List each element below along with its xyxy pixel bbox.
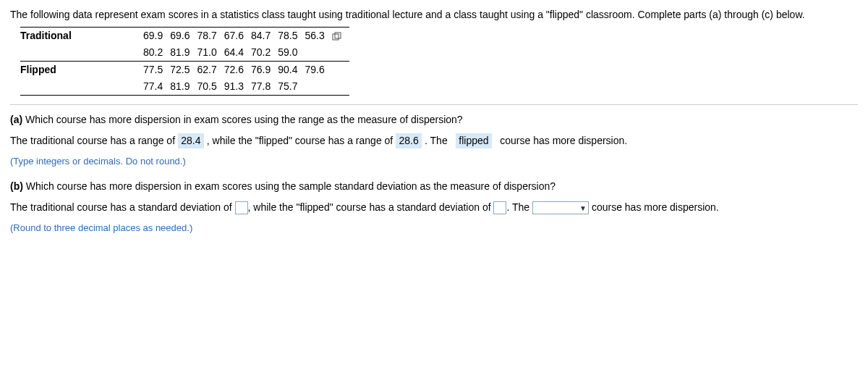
- cell: 72.6: [224, 62, 251, 79]
- cell: 71.0: [197, 44, 224, 62]
- cell: 69.9: [143, 28, 170, 45]
- row-label-flipped: Flipped: [20, 62, 143, 79]
- sd-traditional-input[interactable]: [235, 201, 248, 214]
- cell: 81.9: [170, 44, 197, 62]
- svg-rect-0: [333, 34, 339, 40]
- chevron-down-icon: ▼: [579, 203, 587, 214]
- question-b: (b) Which course has more dispersion in …: [10, 179, 858, 194]
- cell: 75.7: [278, 78, 305, 96]
- cell: [305, 78, 349, 96]
- cell: 79.6: [305, 62, 349, 79]
- cell: 80.2: [143, 44, 170, 62]
- problem-intro: The following data represent exam scores…: [10, 7, 858, 22]
- cell: [305, 44, 349, 62]
- cell: 77.5: [143, 62, 170, 79]
- divider: [10, 104, 858, 105]
- cell: 78.5: [278, 28, 305, 45]
- cell: 77.8: [251, 78, 278, 96]
- cell: 77.4: [143, 78, 170, 96]
- part-label-a: (a): [10, 114, 22, 125]
- cell: 81.9: [170, 78, 197, 96]
- cell: 56.3: [305, 28, 349, 45]
- more-dispersion-a: flipped: [456, 133, 491, 148]
- cell: 70.2: [251, 44, 278, 62]
- cell: 62.7: [197, 62, 224, 79]
- cell: 84.7: [251, 28, 278, 45]
- range-traditional: 28.4: [178, 133, 204, 148]
- range-flipped: 28.6: [396, 133, 422, 148]
- cell: 90.4: [278, 62, 305, 79]
- answer-b: The traditional course has a standard de…: [10, 200, 858, 215]
- question-a: (a) Which course has more dispersion in …: [10, 112, 858, 127]
- part-label-b: (b): [10, 180, 23, 192]
- copy-icon[interactable]: [332, 32, 342, 41]
- row-label-traditional: Traditional: [20, 28, 143, 45]
- hint-b: (Round to three decimal places as needed…: [10, 221, 858, 235]
- svg-rect-1: [335, 33, 341, 38]
- cell: 67.6: [224, 28, 251, 45]
- answer-a: The traditional course has a range of 28…: [10, 133, 858, 148]
- hint-a: (Type integers or decimals. Do not round…: [10, 154, 858, 169]
- data-table: Traditional 69.9 69.6 78.7 67.6 84.7 78.…: [20, 27, 349, 96]
- cell: 72.5: [170, 62, 197, 79]
- sd-flipped-input[interactable]: [493, 201, 506, 214]
- more-dispersion-b-select[interactable]: ▼: [532, 201, 589, 214]
- cell: 59.0: [278, 44, 305, 62]
- cell: 70.5: [197, 78, 224, 96]
- cell: 64.4: [224, 44, 251, 62]
- cell: 78.7: [197, 28, 224, 45]
- cell: 76.9: [251, 62, 278, 79]
- cell: 69.6: [170, 28, 197, 45]
- cell: 91.3: [224, 78, 251, 96]
